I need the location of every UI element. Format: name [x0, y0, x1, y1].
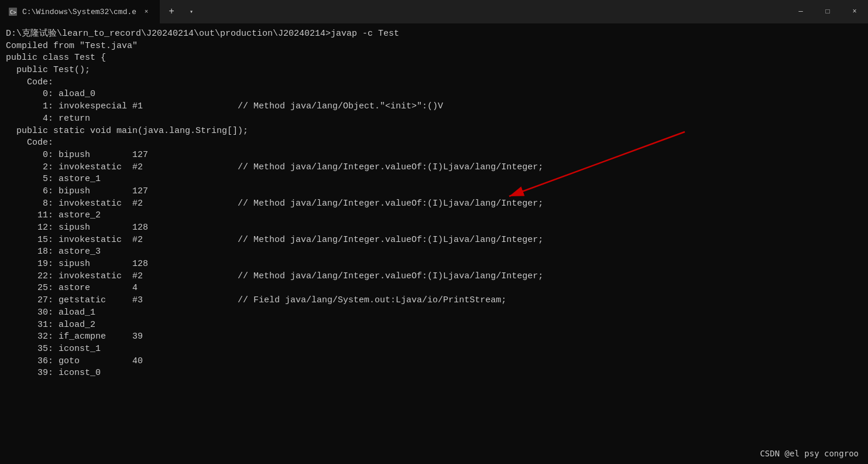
terminal-line: 5: astore_1: [6, 173, 862, 186]
active-tab[interactable]: C> C:\Windows\System32\cmd.e ×: [0, 0, 160, 23]
terminal-line: 6: bipush 127: [6, 186, 862, 198]
terminal-line: 39: iconst_0: [6, 367, 862, 380]
terminal-line: 0: bipush 127: [6, 149, 862, 162]
title-bar-left: C> C:\Windows\System32\cmd.e × + ▾: [0, 0, 200, 23]
terminal-line: 27: getstatic #3 // Field java/lang/Syst…: [6, 295, 862, 307]
terminal-body[interactable]: D:\克隆试验\learn_to_record\J20240214\out\pr…: [0, 23, 868, 464]
svg-text:C>: C>: [10, 9, 16, 15]
terminal-line: public Test();: [6, 64, 862, 77]
terminal-line: 1: invokespecial #1 // Method java/lang/…: [6, 101, 862, 113]
new-tab-button[interactable]: +: [160, 0, 183, 23]
terminal-line: 8: invokestatic #2 // Method java/lang/I…: [6, 198, 862, 210]
terminal-line: 36: goto 40: [6, 356, 862, 368]
terminal-line: 35: iconst_1: [6, 343, 862, 356]
terminal-line: public class Test {: [6, 52, 862, 64]
terminal-line: 22: invokestatic #2 // Method java/lang/…: [6, 271, 862, 283]
terminal-line: 0: aload_0: [6, 88, 862, 101]
terminal-line: 4: return: [6, 113, 862, 125]
terminal-output: Compiled from "Test.java"public class Te…: [6, 40, 862, 380]
terminal-window: C> C:\Windows\System32\cmd.e × + ▾ ─ □ ×…: [0, 0, 868, 464]
tab-dropdown-button[interactable]: ▾: [183, 0, 200, 23]
tab-title: C:\Windows\System32\cmd.e: [22, 8, 136, 16]
terminal-line: 12: sipush 128: [6, 222, 862, 234]
title-bar: C> C:\Windows\System32\cmd.e × + ▾ ─ □ ×: [0, 0, 868, 23]
terminal-line: Code:: [6, 77, 862, 89]
maximize-button[interactable]: □: [814, 0, 841, 23]
terminal-line: 15: invokestatic #2 // Method java/lang/…: [6, 234, 862, 247]
terminal-line: 19: sipush 128: [6, 258, 862, 271]
terminal-line: 32: if_acmpne 39: [6, 331, 862, 343]
terminal-prompt-line: D:\克隆试验\learn_to_record\J20240214\out\pr…: [6, 28, 862, 40]
terminal-line: 11: astore_2: [6, 210, 862, 222]
watermark: CSDN @el psy congroo: [760, 449, 859, 458]
window-controls: ─ □ ×: [787, 0, 868, 23]
close-button[interactable]: ×: [841, 0, 868, 23]
terminal-line: 25: astore 4: [6, 282, 862, 295]
terminal-line: 18: astore_3: [6, 246, 862, 258]
terminal-line: 31: aload_2: [6, 319, 862, 332]
terminal-line: Code:: [6, 137, 862, 149]
minimize-button[interactable]: ─: [787, 0, 814, 23]
terminal-line: 30: aload_1: [6, 307, 862, 319]
cmd-icon: C>: [8, 7, 18, 16]
terminal-line: public static void main(java.lang.String…: [6, 125, 862, 138]
terminal-line: Compiled from "Test.java": [6, 40, 862, 53]
tab-close-button[interactable]: ×: [141, 6, 152, 17]
terminal-line: 2: invokestatic #2 // Method java/lang/I…: [6, 162, 862, 174]
